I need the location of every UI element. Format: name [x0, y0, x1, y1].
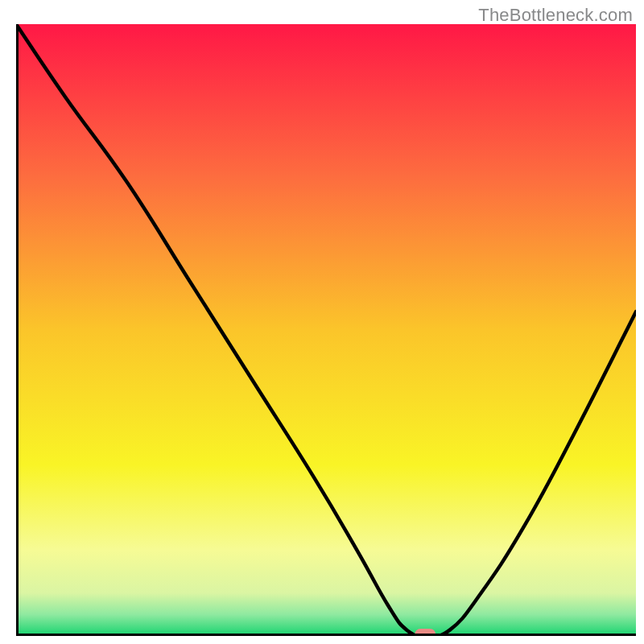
chart-background-gradient — [16, 24, 636, 636]
chart-plot-area — [16, 24, 636, 636]
chart-svg — [16, 24, 636, 636]
attribution-label: TheBottleneck.com — [478, 5, 633, 26]
chart-container: TheBottleneck.com — [0, 0, 644, 644]
